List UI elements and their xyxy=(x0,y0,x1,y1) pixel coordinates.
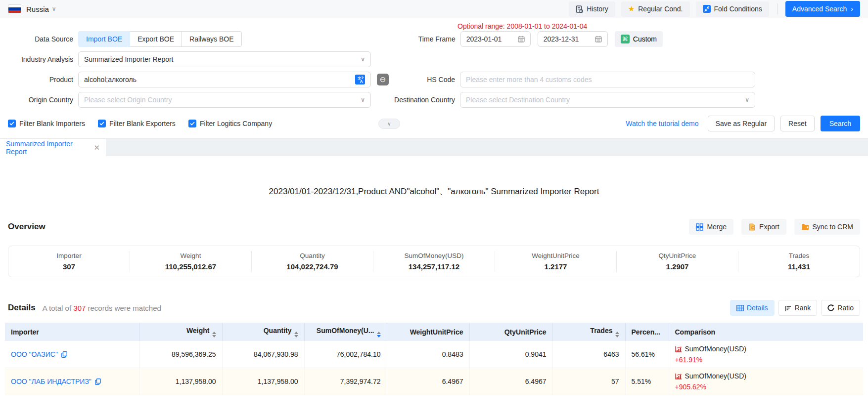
weight-cell: 1,137,958.00 xyxy=(139,368,222,395)
industry-analysis-select[interactable]: Summarized Importer Report ∨ xyxy=(78,51,371,67)
stat-value: 11,431 xyxy=(738,262,860,271)
product-input[interactable]: alcohol;алкоголь 文A xyxy=(78,72,371,87)
regular-cond-button[interactable]: ★ Regular Cond. xyxy=(621,1,690,17)
overview-heading: Overview xyxy=(8,222,46,232)
sync-to-crm-label: Sync to CRM xyxy=(813,223,853,231)
copy-icon[interactable] xyxy=(95,378,101,385)
export-button[interactable]: Export xyxy=(741,219,786,235)
tab-summarized-importer-report[interactable]: Summarized Importer Report ✕ xyxy=(0,139,106,156)
chevron-right-icon: › xyxy=(851,5,853,13)
time-frame-label: Time Frame xyxy=(418,35,456,43)
sort-icon[interactable] xyxy=(615,332,619,337)
start-date-input[interactable]: 2023-01-01 xyxy=(460,31,531,47)
custom-button[interactable]: ⌘ Custom xyxy=(615,31,663,47)
ratio-icon xyxy=(827,304,834,311)
checkbox-label: Filter Blank Exporters xyxy=(109,120,176,127)
column-header-qty-unit-price[interactable]: QtyUnitPrice xyxy=(469,323,552,341)
stat-weight: Weight 110,255,012.67 xyxy=(130,251,252,272)
qty-unit-price-cell: 0.9041 xyxy=(469,341,552,368)
end-date-input[interactable]: 2023-12-31 xyxy=(538,31,608,47)
sort-icon[interactable] xyxy=(294,332,298,337)
stat-value: 110,255,012.67 xyxy=(130,262,251,271)
column-header-weight[interactable]: Weight xyxy=(139,323,222,341)
column-header-percent[interactable]: Percen... xyxy=(625,323,669,341)
reset-button[interactable]: Reset xyxy=(780,116,815,131)
view-ratio-button[interactable]: Ratio xyxy=(821,300,860,316)
save-as-regular-button[interactable]: Save as Regular xyxy=(708,116,775,131)
end-date-value: 2023-12-31 xyxy=(544,35,579,43)
table-icon xyxy=(736,305,744,311)
trades-cell: 57 xyxy=(552,368,625,395)
search-button[interactable]: Search xyxy=(821,116,860,131)
history-label: History xyxy=(587,5,608,13)
copy-icon[interactable] xyxy=(61,351,67,358)
checkbox-filter-logitics-company[interactable]: Filter Logitics Company xyxy=(188,120,272,127)
view-rank-label: Rank xyxy=(795,304,811,312)
stat-label: Importer xyxy=(8,252,130,259)
column-header-importer[interactable]: Importer xyxy=(5,323,139,341)
column-header-weight-unit-price[interactable]: WeightUnitPrice xyxy=(387,323,469,341)
advanced-search-button[interactable]: Advanced Search › xyxy=(785,1,860,17)
topbar: Russia ∨ History ★ Regular Cond. Fold Co… xyxy=(0,0,868,18)
country-select[interactable]: Russia xyxy=(26,5,49,13)
tab-export-boe[interactable]: Export BOE xyxy=(130,31,182,47)
details-total-text: A total of 307 records were matched xyxy=(43,304,161,312)
report-title: 2023/01/01-2023/12/31,Product AND"alcoho… xyxy=(0,186,868,197)
stat-label: QtyUnitPrice xyxy=(617,252,738,259)
exclude-filter-button[interactable]: ⊖ xyxy=(377,74,389,85)
checkbox-filter-blank-importers[interactable]: Filter Blank Importers xyxy=(8,120,85,127)
tab-railways-boe[interactable]: Railways BOE xyxy=(182,31,241,47)
checkbox-label: Filter Logitics Company xyxy=(200,120,272,127)
collapse-conditions-pill[interactable]: ∨ xyxy=(378,119,400,129)
fold-conditions-button[interactable]: Fold Conditions xyxy=(696,1,769,17)
stat-weight-unit-price: WeightUnitPrice 1.2177 xyxy=(495,251,617,272)
tutorial-link[interactable]: Watch the tutorial demo xyxy=(626,120,698,127)
stat-trades: Trades 11,431 xyxy=(738,251,860,272)
close-icon[interactable]: ✕ xyxy=(93,143,100,152)
checkbox-filter-blank-exporters[interactable]: Filter Blank Exporters xyxy=(98,120,176,127)
checkbox-label: Filter Blank Importers xyxy=(19,120,85,127)
tab-import-boe[interactable]: Import BOE xyxy=(78,31,130,47)
translate-icon[interactable]: 文A xyxy=(355,75,365,84)
chevron-down-icon: ∨ xyxy=(387,121,391,126)
stat-value: 104,022,724.79 xyxy=(252,262,373,271)
search-form: Optional range: 2008-01-01 to 2024-01-04… xyxy=(0,18,868,139)
history-button[interactable]: History xyxy=(569,1,615,17)
quantity-cell: 1,137,958.00 xyxy=(222,368,304,395)
importer-link[interactable]: ООО "ОАЗИС" xyxy=(11,350,67,358)
checkbox-checked-icon xyxy=(98,120,106,127)
folder-plus-icon xyxy=(801,223,809,230)
stat-value: 307 xyxy=(8,262,130,271)
export-icon xyxy=(748,223,756,231)
column-header-trades[interactable]: Trades xyxy=(552,323,625,341)
star-icon: ★ xyxy=(628,4,635,13)
column-header-quantity[interactable]: Quantity xyxy=(222,323,304,341)
russia-flag-icon xyxy=(8,4,21,13)
stat-sum-of-money: SumOfMoney(USD) 134,257,117.12 xyxy=(373,251,495,272)
merge-button[interactable]: Merge xyxy=(689,219,733,235)
importer-link[interactable]: ООО "ЛАБ ИНДАСТРИЗ" xyxy=(11,377,101,385)
column-header-sum-of-money[interactable]: SumOfMoney(U... xyxy=(304,323,387,341)
product-value: alcohol;алкоголь xyxy=(84,76,137,84)
custom-icon: ⌘ xyxy=(621,35,630,43)
sync-to-crm-button[interactable]: Sync to CRM xyxy=(794,219,860,235)
weight-unit-price-cell: 6.4967 xyxy=(387,368,469,395)
view-rank-button[interactable]: Rank xyxy=(778,300,818,316)
checkbox-checked-icon xyxy=(188,120,196,127)
industry-analysis-value: Summarized Importer Report xyxy=(84,55,174,63)
view-details-button[interactable]: Details xyxy=(730,300,775,316)
sort-icon[interactable] xyxy=(212,332,216,337)
hs-code-input[interactable]: Please enter more than 4 customs codes xyxy=(460,72,755,87)
origin-country-label: Origin Country xyxy=(0,96,73,104)
stat-qty-unit-price: QtyUnitPrice 1.2907 xyxy=(617,251,738,272)
table-row: ООО "ОАЗИС" 89,596,369.25 84,067,930.98 … xyxy=(5,341,863,368)
sort-icon-active-desc[interactable] xyxy=(377,332,381,337)
chevron-down-icon[interactable]: ∨ xyxy=(52,5,56,12)
data-source-segmented: Import BOE Export BOE Railways BOE xyxy=(78,31,242,47)
start-date-value: 2023-01-01 xyxy=(466,35,502,43)
origin-country-select[interactable]: Please select Origin Country ∨ xyxy=(78,92,371,108)
custom-label: Custom xyxy=(633,35,657,43)
data-source-label: Data Source xyxy=(0,35,73,43)
rank-icon xyxy=(785,305,792,311)
destination-country-select[interactable]: Please select Destination Country ∨ xyxy=(460,92,755,108)
